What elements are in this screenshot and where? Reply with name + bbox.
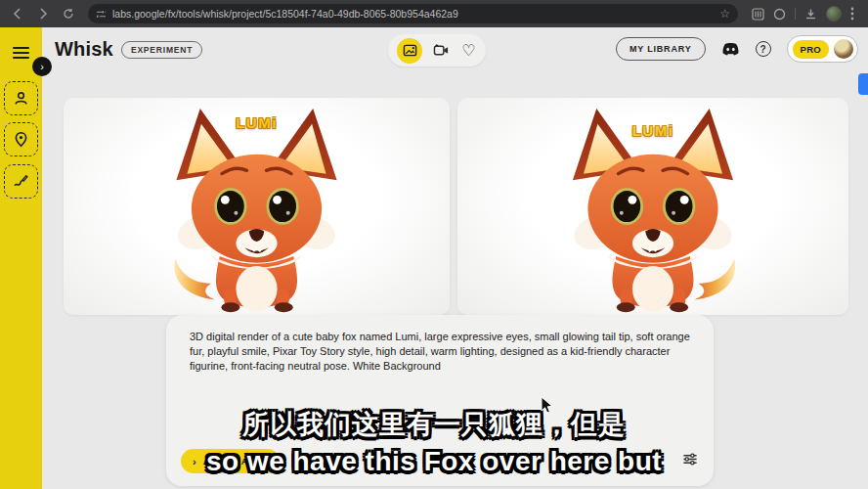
back-icon[interactable] <box>8 4 27 23</box>
browser-avatar[interactable] <box>826 6 842 22</box>
kebab-menu-icon[interactable] <box>850 7 854 21</box>
sidebar-item-subject[interactable] <box>4 81 38 115</box>
account-pill[interactable]: PRO <box>787 35 859 63</box>
help-icon[interactable]: ? <box>756 41 771 57</box>
subtitle-english: so we have this Fox over here but <box>0 446 868 477</box>
image-mode-icon[interactable] <box>397 38 422 64</box>
browser-chrome: labs.google/fx/tools/whisk/project/5c185… <box>0 0 868 27</box>
avatar <box>834 39 853 59</box>
url-text[interactable]: labs.google/fx/tools/whisk/project/5c185… <box>112 8 714 20</box>
fox-name-label: LUMi <box>64 114 450 131</box>
pro-badge: PRO <box>793 40 830 59</box>
discord-icon[interactable] <box>721 42 740 57</box>
page-title: Whisk <box>55 38 113 61</box>
sidebar-item-scene[interactable] <box>4 122 38 156</box>
fox-name-label: LUMi <box>457 122 848 139</box>
video-mode-icon[interactable] <box>433 42 450 59</box>
generated-image-right[interactable]: LUMi <box>457 98 848 315</box>
prompt-text[interactable]: 3D digital render of a cute baby fox nam… <box>190 330 694 375</box>
toolbar-divider <box>795 8 796 20</box>
subject-person-icon <box>13 90 29 107</box>
style-pen-icon <box>13 173 29 190</box>
chevron-right-icon: › <box>40 61 44 72</box>
sidebar-expand-button[interactable]: › <box>32 57 52 76</box>
forward-icon[interactable] <box>33 4 53 23</box>
reload-icon[interactable] <box>59 4 78 23</box>
bookmark-star-icon[interactable]: ☆ <box>719 7 730 21</box>
extensions-icon[interactable] <box>752 8 764 21</box>
address-bar[interactable]: labs.google/fx/tools/whisk/project/5c185… <box>88 4 738 23</box>
site-settings-icon[interactable] <box>96 9 107 20</box>
app-header: Whisk EXPERIMENT ♡ MY LIBRARY ? PRO <box>42 27 868 78</box>
my-library-button[interactable]: MY LIBRARY <box>616 37 706 61</box>
experiment-badge: EXPERIMENT <box>121 41 202 59</box>
mouse-cursor <box>541 396 554 420</box>
scene-pin-icon <box>13 131 29 148</box>
mode-switcher: ♡ <box>388 34 486 67</box>
generated-image-left[interactable]: LUMi <box>64 98 450 315</box>
download-icon[interactable] <box>804 8 817 21</box>
peek-button[interactable] <box>858 73 868 95</box>
hamburger-icon[interactable] <box>13 47 29 59</box>
sidebar-item-style[interactable] <box>4 164 38 199</box>
profile-circle-icon[interactable] <box>773 8 786 21</box>
subtitle-chinese: 所以我们这里有一只狐狸，但是 <box>0 407 868 442</box>
favorites-heart-icon[interactable]: ♡ <box>460 42 477 59</box>
